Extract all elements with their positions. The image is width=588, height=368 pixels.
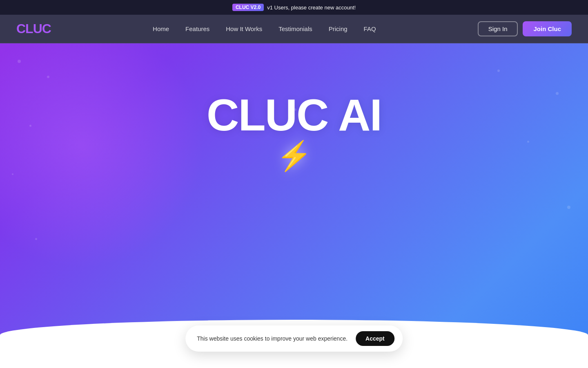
announcement-bar: CLUC V2.0 v1 Users, please create new ac… <box>0 0 588 15</box>
nav-home[interactable]: Home <box>153 25 169 32</box>
join-button[interactable]: Join Cluc <box>523 21 572 36</box>
announcement-message: v1 Users, please create new account! <box>267 4 356 11</box>
version-badge: CLUC V2.0 <box>232 4 264 11</box>
hero-section: CLUC AI ⚡ <box>0 43 588 368</box>
signin-button[interactable]: Sign In <box>478 21 518 36</box>
nav-links: Home Features How It Works Testimonials … <box>153 25 376 33</box>
nav-pricing[interactable]: Pricing <box>329 25 347 32</box>
nav-how-it-works[interactable]: How It Works <box>226 25 262 32</box>
nav-features[interactable]: Features <box>185 25 209 32</box>
navbar-actions: Sign In Join Cluc <box>478 21 572 36</box>
navbar: CLUC Home Features How It Works Testimon… <box>0 15 588 43</box>
cookie-banner: This website uses cookies to improve you… <box>185 325 403 352</box>
lightning-icon: ⚡ <box>276 141 312 170</box>
hero-title: CLUC AI <box>207 92 381 137</box>
cookie-message: This website uses cookies to improve you… <box>197 335 347 342</box>
logo[interactable]: CLUC <box>16 21 51 36</box>
nav-testimonials[interactable]: Testimonials <box>278 25 312 32</box>
accept-cookie-button[interactable]: Accept <box>356 331 394 346</box>
nav-faq[interactable]: FAQ <box>364 25 376 32</box>
